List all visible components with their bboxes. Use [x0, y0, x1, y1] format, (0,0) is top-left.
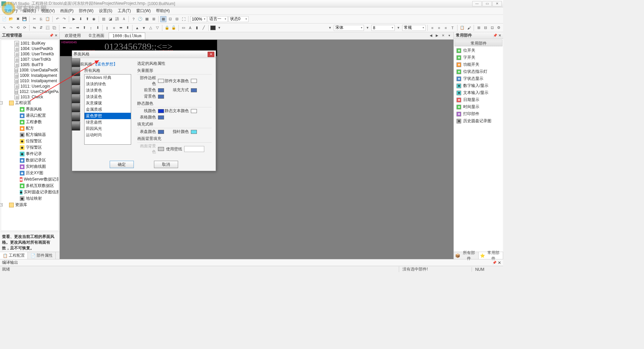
layer-up-icon[interactable]: △ [148, 25, 154, 31]
tree-page-item[interactable]: ▤1001: BuilKey [1, 41, 58, 46]
style-option[interactable]: 淡淡蓝色 [85, 94, 131, 100]
tree-page-item[interactable]: ▤1012: UserChangePwd [1, 89, 58, 94]
download-icon[interactable]: ⬇ [77, 16, 84, 22]
tab-part-props[interactable]: 📄部件属性 [28, 252, 56, 259]
pointer-color-swatch[interactable] [191, 130, 197, 134]
tree-page-item[interactable]: ▤1004: UserPwdKb [1, 46, 58, 51]
tab-welcome[interactable]: 欢迎使用 [61, 32, 85, 40]
align-right-icon[interactable]: ➡ [74, 25, 80, 31]
layout-icon[interactable]: ⊟ [174, 16, 180, 22]
menu-tools[interactable]: 工具(T) [115, 7, 133, 14]
minimize-button[interactable]: — [472, 1, 482, 6]
close-icon[interactable]: ✖ [15, 16, 21, 22]
screen-icon[interactable]: ▥ [101, 16, 107, 22]
tree-setting-item[interactable]: ◆配方编辑器 [1, 132, 58, 138]
status-combo[interactable]: 状态0 [228, 16, 249, 22]
tree-setting-item[interactable]: ◆历史XY图 [1, 170, 58, 176]
rot-right-icon[interactable]: ⟳ [21, 25, 28, 31]
tree-setting-item[interactable]: ◆多机互联数据区 [1, 183, 58, 189]
clip-icon[interactable]: 📋 [459, 25, 465, 31]
preview-thumb[interactable] [71, 67, 80, 76]
project-tree[interactable]: ▤1001: BuilKey▤1004: UserPwdKb▤1006: Use… [1, 40, 59, 231]
part-item[interactable]: ◉时间显示 [454, 103, 502, 110]
align-icon[interactable]: ⊡ [167, 16, 173, 22]
part-item[interactable]: ◉文本输入/显示 [454, 89, 502, 96]
preview-thumb[interactable] [71, 86, 80, 94]
undo-icon[interactable]: ↶ [54, 16, 60, 22]
same-h-icon[interactable]: ⬍ [124, 25, 130, 31]
preview-thumb[interactable] [71, 58, 80, 67]
part-item[interactable]: ◉数字输入/显示 [454, 82, 502, 89]
restore-button[interactable]: ▭ [482, 1, 492, 6]
flip-v-icon[interactable]: ⇵ [38, 25, 44, 31]
fontweight-combo[interactable]: 常规 [402, 25, 426, 31]
tree-setting-item[interactable]: ◆位报警区 [1, 138, 58, 144]
color-swatch[interactable] [210, 26, 216, 30]
fg-color-swatch[interactable] [158, 88, 164, 92]
grid2-icon[interactable]: ⊞ [476, 25, 482, 31]
font-icon[interactable]: Ａ [121, 16, 127, 22]
menu-screen[interactable]: 画面(P) [57, 7, 76, 14]
bg-color-swatch[interactable] [158, 95, 164, 99]
tree-setting-item[interactable]: ◆工程参数 [1, 119, 58, 125]
redo-icon[interactable]: ↷ [61, 16, 67, 22]
tab-next-icon[interactable]: ▶ [435, 34, 439, 38]
tab-close-icon[interactable]: ✕ [441, 34, 445, 38]
part-item[interactable]: ◉字状态显示 [454, 75, 502, 82]
preview-thumb[interactable] [71, 113, 80, 121]
preview-thumb[interactable] [71, 77, 80, 85]
zoom-combo[interactable]: 100% [190, 16, 207, 22]
help-icon[interactable]: ? [130, 16, 137, 22]
redo2-icon[interactable]: ↷ [8, 25, 14, 31]
part-item[interactable]: ◉历史圆盘记录图 [454, 117, 502, 124]
menu-window[interactable]: 窗口(W) [133, 7, 153, 14]
style-option[interactable]: 淡淡黄色 [85, 87, 131, 94]
clock-icon[interactable]: 🕐 [137, 16, 143, 22]
preview-thumb[interactable] [71, 95, 80, 103]
align-center-icon[interactable]: ↔ [68, 25, 74, 31]
text-color-swatch[interactable] [191, 79, 197, 83]
table-icon[interactable]: ⊞ [151, 16, 157, 22]
style-option[interactable]: 运动时尚 [85, 132, 131, 138]
tree-setting-item[interactable]: ◆地址映射 [1, 195, 58, 202]
ok-button[interactable]: 确定 [110, 161, 134, 168]
line-icon[interactable]: ╱ [201, 25, 207, 31]
panel-close-icon[interactable]: ✕ [55, 34, 57, 37]
table-color-swatch[interactable] [158, 115, 164, 119]
preview-thumb[interactable] [71, 104, 80, 112]
tree-page-item[interactable]: ▤1010: Installpayment [1, 78, 58, 84]
part-item[interactable]: ◉打印部件 [454, 110, 502, 117]
tree-setting-item[interactable]: ◆字报警区 [1, 144, 58, 151]
pointer-icon[interactable]: ↖ [1, 25, 7, 31]
tree-page-item[interactable]: ▤1008: UserDataPwdKb [1, 67, 58, 73]
rect-icon[interactable]: ▭ [180, 25, 186, 31]
tree-settings-node[interactable]: −工程设置 [1, 100, 58, 106]
align-middle-icon[interactable]: ↕ [88, 25, 94, 31]
tab-builnum[interactable]: 1000:BuilNum [109, 33, 145, 39]
rot-left-icon[interactable]: ⟲ [15, 25, 21, 31]
expand-icon[interactable]: ⛶ [180, 16, 186, 22]
tree-page-item[interactable]: ▤1006: UserTimeKb [1, 51, 58, 57]
open-icon[interactable]: 📂 [8, 16, 14, 22]
new-icon[interactable]: 📄 [1, 16, 7, 22]
dist-v-icon[interactable]: ≡ [111, 25, 117, 31]
border-color-swatch[interactable] [158, 79, 164, 83]
style-option[interactable]: 蓝色梦想 [85, 113, 131, 119]
copy-icon[interactable]: ⎘ [38, 16, 44, 22]
menu-help[interactable]: 帮助(H) [153, 7, 172, 14]
panel-close-icon[interactable]: ✕ [498, 34, 501, 37]
tab-prev-icon[interactable]: ◀ [429, 34, 433, 38]
tab-all-parts[interactable]: 📦所有部件 [454, 252, 479, 259]
line-color-swatch[interactable] [158, 109, 164, 113]
brush-icon[interactable]: 🖌 [466, 25, 472, 31]
unlock-icon[interactable]: 🔓 [171, 25, 177, 31]
pin-icon[interactable]: 📌 [492, 261, 496, 264]
tree-setting-item[interactable]: ◆WebServer数据记录 [1, 176, 58, 183]
dropdown-icon[interactable]: ▾ [216, 25, 222, 31]
pin-icon[interactable]: 📌 [493, 34, 497, 37]
tab-project-config[interactable]: 📋工程配置 [0, 252, 28, 259]
txt-right-icon[interactable]: ≡ [443, 25, 449, 31]
simulate-icon[interactable]: ◉ [91, 16, 97, 22]
tree-setting-item[interactable]: ◆数据记录区 [1, 157, 58, 163]
text-icon[interactable]: A [187, 25, 193, 31]
